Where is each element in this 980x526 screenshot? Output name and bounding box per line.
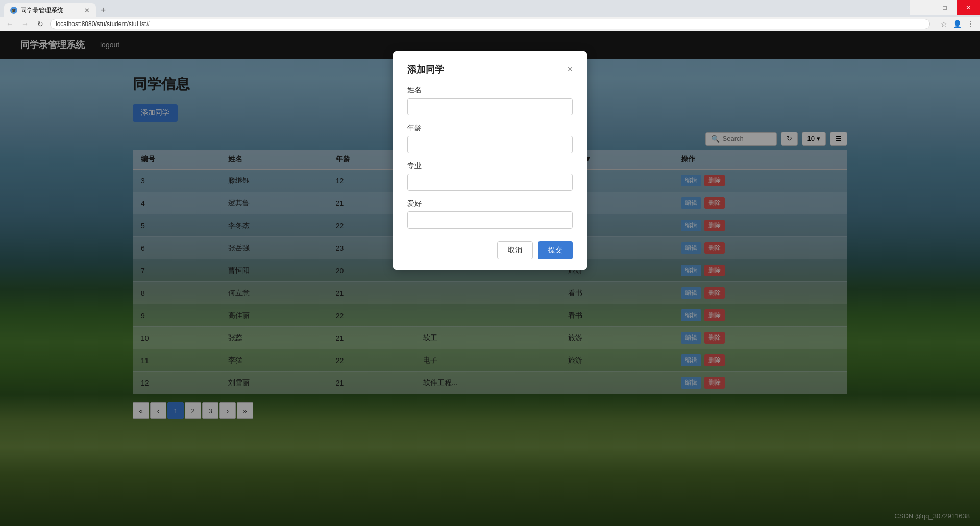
minimize-button[interactable]: — bbox=[910, 0, 933, 15]
form-label-age: 年龄 bbox=[407, 124, 573, 133]
tab-close-button[interactable]: ✕ bbox=[84, 7, 90, 14]
close-button[interactable]: ✕ bbox=[957, 0, 980, 15]
url-bar[interactable]: localhost:8080/stu/student/stuList# bbox=[50, 19, 930, 29]
browser-actions: ☆ 👤 ⋮ bbox=[938, 18, 976, 30]
form-group-age: 年龄 bbox=[407, 124, 573, 153]
browser-chrome: 🎓 同学录管理系统 ✕ + ← → ↻ localhost:8080/stu/s… bbox=[0, 0, 980, 31]
browser-tab[interactable]: 🎓 同学录管理系统 ✕ bbox=[4, 3, 96, 17]
form-label-hobby: 爱好 bbox=[407, 199, 573, 208]
add-student-modal: 添加同学 × 姓名 年龄 专业 爱好 取消 提交 bbox=[393, 51, 587, 270]
form-input-name[interactable] bbox=[407, 98, 573, 115]
address-bar: ← → ↻ localhost:8080/stu/student/stuList… bbox=[0, 17, 980, 31]
url-text: localhost:8080/stu/student/stuList# bbox=[56, 20, 150, 28]
modal-overlay: 添加同学 × 姓名 年龄 专业 爱好 取消 提交 bbox=[0, 31, 980, 526]
form-group-hobby: 爱好 bbox=[407, 199, 573, 229]
modal-close-button[interactable]: × bbox=[567, 65, 573, 74]
maximize-button[interactable]: □ bbox=[933, 0, 957, 15]
form-group-major: 专业 bbox=[407, 161, 573, 191]
form-label-major: 专业 bbox=[407, 161, 573, 171]
cancel-button[interactable]: 取消 bbox=[497, 241, 533, 259]
modal-title: 添加同学 bbox=[407, 63, 444, 76]
profile-icon[interactable]: 👤 bbox=[951, 18, 963, 30]
window-controls: — □ ✕ bbox=[910, 0, 980, 15]
tab-favicon: 🎓 bbox=[10, 7, 17, 14]
form-input-hobby[interactable] bbox=[407, 211, 573, 229]
form-input-major[interactable] bbox=[407, 174, 573, 191]
submit-button[interactable]: 提交 bbox=[538, 241, 573, 259]
tab-bar: 🎓 同学录管理系统 ✕ + bbox=[0, 0, 980, 17]
menu-icon[interactable]: ⋮ bbox=[965, 18, 976, 30]
modal-header: 添加同学 × bbox=[407, 63, 573, 76]
back-button[interactable]: ← bbox=[4, 18, 15, 30]
form-label-name: 姓名 bbox=[407, 86, 573, 95]
tab-title: 同学录管理系统 bbox=[20, 6, 63, 15]
bookmark-icon[interactable]: ☆ bbox=[938, 18, 949, 30]
form-group-name: 姓名 bbox=[407, 86, 573, 115]
new-tab-button[interactable]: + bbox=[96, 3, 110, 17]
form-input-age[interactable] bbox=[407, 136, 573, 153]
forward-button[interactable]: → bbox=[19, 18, 31, 30]
refresh-button[interactable]: ↻ bbox=[35, 18, 46, 30]
modal-footer: 取消 提交 bbox=[407, 241, 573, 259]
